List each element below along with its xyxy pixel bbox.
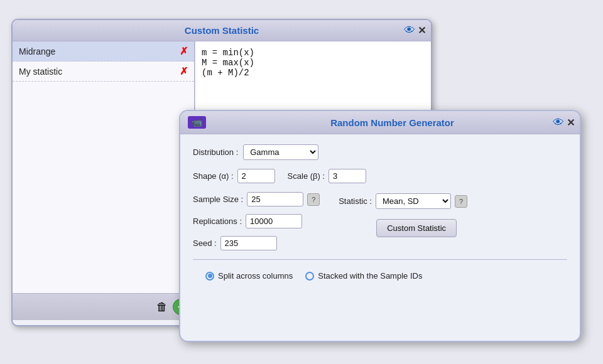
rng-close-icon[interactable]: ✕ <box>567 117 575 129</box>
shape-scale-row: Shape (α) : Scale (β) : <box>193 169 567 183</box>
scale-label: Scale (β) : <box>288 171 325 181</box>
custom-statistic-button[interactable]: Custom Statistic <box>376 219 457 237</box>
custom-stat-titlebar: Custom Statistic 👁 ✕ <box>13 20 431 41</box>
sample-size-label: Sample Size : <box>193 195 243 204</box>
shape-input[interactable] <box>237 169 275 183</box>
stacked-radio-btn[interactable] <box>305 272 314 281</box>
rng-title: Random Number Generator <box>212 117 572 128</box>
rng-titlebar: 📹 Random Number Generator 👁 ✕ <box>180 111 580 134</box>
custom-stat-close-icon[interactable]: ✕ <box>418 24 426 36</box>
seed-label: Seed : <box>193 238 217 248</box>
distribution-select[interactable]: Gamma Normal Uniform Beta Exponential <box>243 144 318 160</box>
rng-body: Distribution : Gamma Normal Uniform Beta… <box>180 134 580 297</box>
statistic-select[interactable]: Mean, SD Custom Statistic Median <box>376 193 451 209</box>
sample-size-input[interactable] <box>247 192 303 206</box>
custom-stat-title: Custom Statistic <box>185 25 259 36</box>
statistic-row: Statistic : Mean, SD Custom Statistic Me… <box>339 193 467 209</box>
replications-row: Replications : <box>193 214 320 228</box>
seed-row: Seed : <box>193 236 320 250</box>
statistic-label: Statistic : <box>339 196 372 206</box>
rng-window: 📹 Random Number Generator 👁 ✕ Distributi… <box>179 110 581 342</box>
stat-list: Midrange ✗ My statistic ✗ <box>13 41 194 293</box>
split-radio-label[interactable]: Split across columns <box>205 271 293 281</box>
divider <box>193 259 567 260</box>
custom-stat-btn-container: Custom Statistic <box>376 219 467 237</box>
replications-input[interactable] <box>246 214 302 228</box>
clear-button[interactable]: 🗑 <box>156 301 168 314</box>
sample-size-row: Sample Size : ? <box>193 192 320 206</box>
stat-list-item[interactable]: Midrange ✗ <box>13 41 194 62</box>
scale-input[interactable] <box>329 169 366 183</box>
custom-stat-eye-icon[interactable]: 👁 <box>404 24 415 37</box>
camera-icon: 📹 <box>188 116 206 129</box>
shape-label: Shape (α) : <box>193 171 234 181</box>
stacked-radio-text: Stacked with the Sample IDs <box>318 271 422 281</box>
stacked-radio-label[interactable]: Stacked with the Sample IDs <box>305 271 422 281</box>
stat-item-name: My statistic <box>19 67 62 77</box>
seed-input[interactable] <box>220 236 277 250</box>
distribution-label: Distribution : <box>193 147 238 157</box>
stat-item-name: Midrange <box>19 46 55 56</box>
stat-list-footer: 🗑 + <box>13 293 194 320</box>
replications-label: Replications : <box>193 217 242 226</box>
split-radio-text: Split across columns <box>218 271 293 281</box>
rng-eye-icon[interactable]: 👁 <box>553 116 564 129</box>
statistic-help-btn[interactable]: ? <box>455 195 467 208</box>
stat-list-panel: Midrange ✗ My statistic ✗ 🗑 + <box>13 41 195 320</box>
stat-item-delete[interactable]: ✗ <box>180 65 188 77</box>
split-radio-btn[interactable] <box>205 272 214 281</box>
rng-titlebar-icons: 👁 ✕ <box>553 116 575 129</box>
sample-statistic-row: Sample Size : ? Replications : Seed : St… <box>193 192 567 250</box>
distribution-row: Distribution : Gamma Normal Uniform Beta… <box>193 144 567 160</box>
sample-help-btn[interactable]: ? <box>307 193 320 206</box>
radio-row: Split across columns Stacked with the Sa… <box>193 265 567 287</box>
stat-list-item[interactable]: My statistic ✗ <box>13 62 194 82</box>
stat-item-delete[interactable]: ✗ <box>180 45 188 57</box>
custom-stat-titlebar-icons: 👁 ✕ <box>404 24 426 37</box>
